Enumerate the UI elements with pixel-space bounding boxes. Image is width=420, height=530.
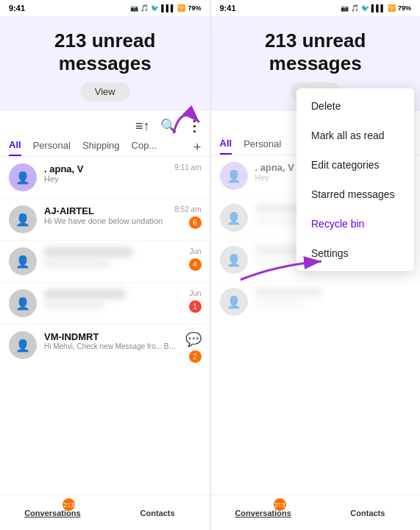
conv-item-airtel[interactable]: 👤 AJ-AIRTEL Hi We have done below undati… bbox=[0, 198, 210, 240]
conv-preview-blurred2 bbox=[44, 301, 103, 309]
avatar-blurred2: 👤 bbox=[9, 289, 37, 317]
nav-conversations-left[interactable]: Conversations 213 bbox=[0, 495, 105, 530]
wifi-icon-r: 🛜 bbox=[388, 4, 396, 12]
dropdown-settings[interactable]: Settings bbox=[296, 239, 414, 268]
conv-preview-airtel: Hi We have done below undation bbox=[44, 216, 167, 225]
conv-item-blurred1[interactable]: 👤 Jun 4 bbox=[0, 240, 210, 282]
nav-contacts-label-left: Contacts bbox=[140, 509, 175, 517]
nav-contacts-left[interactable]: Contacts bbox=[105, 495, 210, 530]
music-icon-r: 🎵 bbox=[351, 4, 359, 12]
conv-list-left: 👤 . apna, V Hey 9:11 am 👤 AJ-AIRTEL Hi W… bbox=[0, 157, 210, 495]
view-button-left[interactable]: View bbox=[80, 82, 130, 101]
unread-count-left: 213 unreadmessages bbox=[54, 29, 155, 75]
status-icons-right: 📷 🎵 🐦 ▌▌▌ 🛜 79% bbox=[341, 4, 411, 12]
wifi-icon: 🛜 bbox=[177, 4, 185, 12]
conv-content-blurred1 bbox=[44, 247, 182, 267]
badge-blurred1: 4 bbox=[189, 258, 202, 271]
conv-content-apna: . apna, V Hey bbox=[44, 163, 167, 183]
dropdown-starred-messages[interactable]: Starred messages bbox=[296, 180, 414, 209]
conv-meta-vm: 💬 2 bbox=[185, 331, 202, 363]
camera-icon-r: 📷 bbox=[341, 4, 349, 12]
conv-content-airtel: AJ-AIRTEL Hi We have done below undation bbox=[44, 205, 167, 225]
camera-icon: 📷 bbox=[130, 4, 138, 12]
status-bar-right: 9:41 📷 🎵 🐦 ▌▌▌ 🛜 79% bbox=[211, 0, 421, 16]
music-icon: 🎵 bbox=[140, 4, 149, 12]
tab-personal-left[interactable]: Personal bbox=[33, 140, 71, 155]
dropdown-menu: Delete Mark all as read Edit categories … bbox=[296, 88, 414, 271]
nav-conversations-badge-right: 213 bbox=[274, 498, 286, 511]
conv-preview-vm: Hi Mehvi, Check new Message fro... Bliss… bbox=[44, 342, 178, 350]
conv-content-b3r bbox=[255, 288, 412, 308]
conv-content-vm: VM-INDMRT Hi Mehvi, Check new Message fr… bbox=[44, 331, 178, 350]
unread-count-right: 213 unreadmessages bbox=[265, 29, 366, 75]
unread-header-left: 213 unreadmessages View bbox=[0, 16, 210, 111]
nav-contacts-label-right: Contacts bbox=[350, 509, 385, 517]
tab-add-left[interactable]: + bbox=[193, 140, 202, 155]
badge-vm: 2 bbox=[189, 350, 202, 363]
conv-preview-apna: Hey bbox=[44, 174, 167, 183]
conv-meta-apna: 9:11 am bbox=[174, 163, 201, 172]
conv-item-apna[interactable]: 👤 . apna, V Hey 9:11 am bbox=[0, 157, 210, 198]
tabs-left: All Personal Shipping Cop... + bbox=[0, 138, 210, 157]
conv-name-apna: . apna, V bbox=[44, 163, 167, 174]
status-bar-left: 9:41 📷 🎵 🐦 ▌▌▌ 🛜 79% bbox=[0, 0, 210, 16]
battery-icon: 79% bbox=[188, 4, 201, 12]
left-panel: 9:41 📷 🎵 🐦 ▌▌▌ 🛜 79% 213 unreadmessages … bbox=[0, 0, 210, 530]
dropdown-edit-categories[interactable]: Edit categories bbox=[296, 150, 414, 180]
chat-icon-vm: 💬 bbox=[185, 331, 202, 347]
tab-shipping-left[interactable]: Shipping bbox=[82, 140, 120, 155]
bottom-nav-right: Conversations 213 Contacts bbox=[211, 495, 421, 530]
badge-airtel: 6 bbox=[189, 216, 202, 229]
toolbar-left: ≡↑ 🔍 ⋮ bbox=[0, 111, 210, 138]
signal-icon-r: ▌▌▌ bbox=[371, 4, 385, 12]
conv-meta-airtel: 8:52 am 6 bbox=[174, 205, 201, 229]
conv-time-blurred1: Jun bbox=[189, 247, 201, 255]
conv-meta-blurred1: Jun 4 bbox=[189, 247, 202, 271]
conv-item-b3r: 👤 bbox=[211, 280, 421, 322]
filter-icon[interactable]: ≡↑ bbox=[135, 119, 150, 134]
tab-all-right[interactable]: All bbox=[220, 138, 232, 155]
avatar-apna: 👤 bbox=[9, 163, 37, 191]
signal-icon: ▌▌▌ bbox=[161, 4, 175, 12]
avatar-b1r: 👤 bbox=[220, 204, 248, 232]
time-left: 9:41 bbox=[9, 4, 25, 13]
time-right: 9:41 bbox=[220, 4, 236, 13]
nav-contacts-right[interactable]: Contacts bbox=[316, 495, 420, 530]
search-icon[interactable]: 🔍 bbox=[160, 118, 177, 134]
conv-time-apna: 9:11 am bbox=[174, 163, 201, 172]
badge-blurred2: 1 bbox=[189, 300, 202, 313]
avatar-airtel: 👤 bbox=[9, 205, 37, 233]
battery-icon-r: 79% bbox=[398, 4, 411, 12]
conv-time-airtel: 8:52 am bbox=[174, 205, 201, 213]
tab-cop-left[interactable]: Cop... bbox=[132, 140, 157, 155]
conv-item-vm[interactable]: 👤 VM-INDMRT Hi Mehvi, Check new Message … bbox=[0, 324, 210, 370]
more-icon[interactable]: ⋮ bbox=[187, 117, 202, 135]
conv-content-blurred2 bbox=[44, 289, 182, 309]
bottom-nav-left: Conversations 213 Contacts bbox=[0, 495, 210, 530]
avatar-blurred1: 👤 bbox=[9, 247, 37, 275]
conv-preview-blurred1 bbox=[44, 259, 110, 267]
avatar-vm: 👤 bbox=[9, 331, 37, 359]
avatar-b3r: 👤 bbox=[220, 288, 248, 316]
conv-meta-blurred2: Jun 1 bbox=[189, 289, 202, 313]
tab-personal-right[interactable]: Personal bbox=[243, 138, 281, 154]
conv-name-blurred1 bbox=[44, 247, 132, 257]
avatar-b2r: 👤 bbox=[220, 246, 248, 274]
tab-all-left[interactable]: All bbox=[9, 139, 21, 156]
avatar-apna-r: 👤 bbox=[220, 162, 248, 190]
twitter-icon-r: 🐦 bbox=[361, 4, 369, 12]
conv-name-vm: VM-INDMRT bbox=[44, 331, 178, 342]
dropdown-mark-all-read[interactable]: Mark all as read bbox=[296, 121, 414, 150]
conv-name-blurred2 bbox=[44, 289, 125, 299]
status-icons-left: 📷 🎵 🐦 ▌▌▌ 🛜 79% bbox=[130, 4, 201, 12]
conv-item-blurred2[interactable]: 👤 Jun 1 bbox=[0, 282, 210, 324]
dropdown-delete[interactable]: Delete bbox=[296, 91, 414, 121]
nav-conversations-right[interactable]: Conversations 213 bbox=[211, 495, 316, 530]
twitter-icon: 🐦 bbox=[151, 4, 159, 12]
conv-time-blurred2: Jun bbox=[189, 289, 201, 297]
conv-name-airtel: AJ-AIRTEL bbox=[44, 205, 167, 216]
dropdown-recycle-bin[interactable]: Recycle bin bbox=[296, 209, 414, 239]
right-panel: 9:41 📷 🎵 🐦 ▌▌▌ 🛜 79% 213 unreadmessages … bbox=[210, 0, 421, 530]
